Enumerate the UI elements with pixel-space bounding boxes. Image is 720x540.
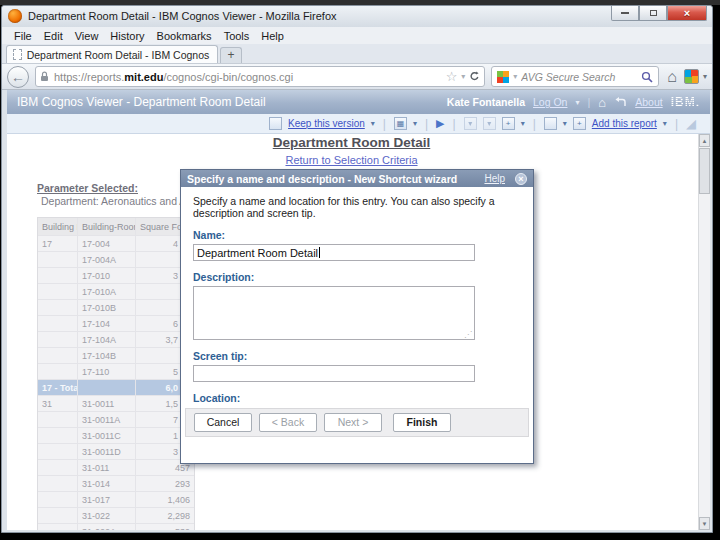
return-icon[interactable] (614, 97, 627, 108)
screen-tip-label: Screen tip: (193, 350, 521, 362)
toolbar-overflow-icon[interactable]: ▾ (703, 72, 707, 81)
keep-version-link[interactable]: Keep this version (288, 118, 365, 129)
new-tab-button[interactable]: + (220, 47, 242, 63)
building-room-cell: 17-104B (78, 348, 136, 363)
menu-bookmarks[interactable]: Bookmarks (151, 29, 218, 43)
building-number-cell (38, 348, 78, 363)
menu-history[interactable]: History (104, 29, 150, 43)
bookmark-star-icon[interactable]: ☆ (446, 69, 458, 84)
table-row: 3131-00111,5 (38, 396, 194, 412)
building-number-cell (38, 412, 78, 427)
add-report-link[interactable]: Add this report (592, 118, 657, 129)
avg-toolbar-icon[interactable] (684, 69, 699, 84)
help-link[interactable]: Help (484, 173, 505, 184)
page-viewport: IBM Cognos Viewer - Department Room Deta… (7, 90, 710, 530)
page-scrollbar[interactable]: ▲ ▼ (698, 134, 710, 530)
building-number-cell (38, 364, 78, 379)
tab-department-room-detail[interactable]: Department Room Detail - IBM Cognos ... (6, 45, 218, 63)
background-ribbon-label: McAfee E-mail Scan (366, 0, 438, 1)
building-room-cell (78, 380, 136, 395)
close-button[interactable]: × (667, 6, 707, 21)
minimize-button[interactable] (611, 6, 639, 21)
column-header: Building-Room (78, 218, 136, 235)
navigation-bar: ← https://reports.mit.edu/cognos/cgi-bin… (2, 63, 712, 90)
finish-button[interactable]: Finish (393, 413, 451, 432)
building-room-cell: 31-017 (78, 492, 136, 507)
view-format-icon[interactable]: ▦ (394, 117, 407, 130)
background-ribbon-label: Folder (160, 0, 183, 1)
table-row: 31-011457 (38, 460, 194, 476)
related-links-dropdown-icon[interactable]: ▾ (521, 119, 525, 128)
table-row: 17-1105 (38, 364, 194, 380)
table-row: 31-0222,298 (38, 508, 194, 524)
table-row: 17 - Total6,0 (38, 380, 194, 396)
table-row: 31-0011A7 (38, 412, 194, 428)
restore-icon (650, 10, 657, 16)
building-room-cell: 17-004A (78, 252, 136, 267)
building-number-cell (38, 332, 78, 347)
scroll-down-icon[interactable]: ▼ (699, 517, 710, 530)
related-links-icon[interactable]: + (502, 117, 515, 130)
screen: Send / ReceiveFolderViewAdd-InsMcAfee E-… (0, 0, 720, 540)
dialog-close-icon[interactable]: × (515, 173, 527, 185)
screen-tip-field[interactable] (193, 365, 475, 382)
scroll-up-icon[interactable]: ▲ (699, 134, 710, 147)
add-report-dropdown-icon[interactable]: ▾ (663, 119, 667, 128)
resize-grip-icon[interactable]: ⋰ (464, 330, 472, 339)
back-button[interactable]: ← (7, 66, 29, 88)
view-in-dropdown-icon[interactable]: ▾ (563, 119, 567, 128)
table-row: 31-014293 (38, 476, 194, 492)
cancel-button[interactable]: Cancel (194, 413, 252, 432)
keep-version-icon (269, 117, 282, 130)
ibm-logo: IBM. (671, 95, 700, 109)
search-engine-dropdown-icon[interactable]: ▾ (513, 72, 517, 81)
back-button-wizard: < Back (259, 413, 317, 432)
search-input[interactable]: AVG Secure Search (521, 71, 637, 83)
description-field[interactable]: ⋰ (193, 286, 475, 340)
log-on-dropdown-icon[interactable]: ▾ (575, 98, 579, 107)
building-number-cell (38, 476, 78, 491)
table-row: 17-010A (38, 284, 194, 300)
building-number-cell (38, 284, 78, 299)
new-shortcut-wizard-dialog: Specify a name and description - New Sho… (180, 169, 534, 464)
dialog-titlebar[interactable]: Specify a name and description - New Sho… (181, 170, 533, 187)
menu-edit[interactable]: Edit (38, 29, 69, 43)
building-room-cell: 31-0011A (78, 412, 136, 427)
search-box[interactable]: ▾ AVG Secure Search (491, 66, 659, 87)
column-header: Building Number (38, 218, 78, 235)
log-on-link[interactable]: Log On (533, 96, 567, 108)
view-format-dropdown-icon[interactable]: ▾ (413, 119, 417, 128)
about-link[interactable]: About (635, 96, 662, 108)
url-bar[interactable]: https://reports.mit.edu/cognos/cgi-bin/c… (35, 66, 485, 87)
divider: | (383, 117, 386, 131)
background-ribbon-label: View (229, 0, 246, 1)
menu-help[interactable]: Help (255, 29, 290, 43)
user-name: Kate Fontanella (447, 96, 525, 108)
run-report-icon[interactable]: ▶ (436, 118, 444, 129)
view-in-icon[interactable] (544, 117, 557, 130)
url-dropdown-icon[interactable]: ▾ (461, 72, 465, 81)
menu-tools[interactable]: Tools (218, 29, 256, 43)
building-number-cell (38, 524, 78, 530)
home-icon[interactable]: ⌂ (667, 68, 677, 86)
cognos-toolbar: Keep this version ▾ | ▦ ▾ | ▶ | ▾ ▾ + ▾ … (7, 114, 710, 134)
building-room-cell: 17-110 (78, 364, 136, 379)
square-footage-cell: 539 (136, 524, 194, 530)
building-number-cell (38, 444, 78, 459)
window-titlebar[interactable]: Department Room Detail - IBM Cognos View… (2, 6, 712, 27)
building-number-cell: 17 (38, 236, 78, 251)
divider: | (587, 96, 590, 108)
name-field[interactable]: Department Room Detail (193, 244, 475, 261)
reload-icon[interactable] (469, 71, 480, 82)
menu-view[interactable]: View (69, 29, 105, 43)
restore-button[interactable] (639, 6, 667, 21)
scrollbar-thumb[interactable] (699, 148, 710, 194)
cognos-corner-icon: ◢ (686, 117, 696, 130)
return-to-selection-link[interactable]: Return to Selection Criteria (7, 154, 696, 166)
keep-version-dropdown-icon[interactable]: ▾ (371, 119, 375, 128)
home-portal-icon[interactable]: ⌂ (598, 95, 606, 110)
menu-file[interactable]: File (8, 29, 38, 43)
building-number-cell: 17 - Total (38, 380, 78, 395)
search-icon[interactable] (641, 71, 653, 83)
text-cursor (319, 247, 320, 258)
